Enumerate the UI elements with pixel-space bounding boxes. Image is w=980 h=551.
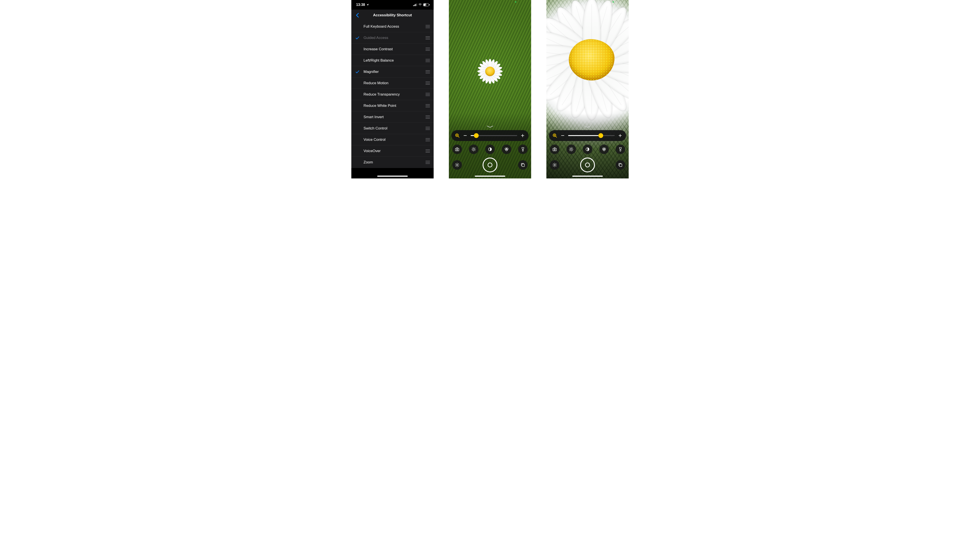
battery-icon: 53 [423,3,430,6]
bottom-row [452,157,528,173]
svg-rect-52 [455,148,459,151]
page-title: Accessibility Shortcut [373,13,412,17]
svg-line-70 [555,136,557,137]
magnifier-controls: −+ [546,122,628,178]
svg-line-80 [572,150,573,151]
flashlight-button[interactable] [518,144,528,154]
zoom-thumb[interactable] [598,133,603,138]
reorder-handle-icon[interactable] [425,148,431,154]
reorder-handle-icon[interactable] [425,91,431,98]
shortcut-row[interactable]: Magnifier [352,66,434,78]
svg-point-74 [570,148,572,150]
tool-row [549,144,626,154]
camera-switch-button[interactable] [550,144,560,154]
shutter-button[interactable] [580,157,595,172]
location-icon [366,3,369,6]
shortcut-row[interactable]: Full Keyboard Access [352,21,434,32]
row-label: Zoom [364,160,425,165]
settings-button[interactable] [452,160,462,170]
daisy-flower-closeup [546,2,628,116]
svg-text:53: 53 [425,4,427,6]
wifi-icon [418,3,422,6]
multi-capture-button[interactable] [616,160,625,170]
daisy-flower [477,58,503,84]
shortcut-row[interactable]: Guided Access [352,32,434,43]
home-indicator[interactable] [377,176,408,177]
reorder-handle-icon[interactable] [425,57,431,64]
svg-line-61 [474,148,475,148]
shortcut-row[interactable]: VoiceOver [352,145,434,157]
shortcut-row[interactable]: Reduce Transparency [352,89,434,100]
contrast-button[interactable] [485,144,495,154]
filters-button[interactable] [599,144,609,154]
status-bar: 13:38 53 [352,0,434,10]
home-indicator[interactable] [475,176,505,177]
zoom-bar: −+ [549,130,626,141]
shutter-button[interactable] [483,157,497,172]
reorder-handle-icon[interactable] [425,35,431,41]
camera-switch-button[interactable] [452,144,462,154]
shortcut-row[interactable]: Increase Contrast [352,43,434,55]
panel-drag-handle[interactable] [452,125,528,128]
row-label: Full Keyboard Access [364,24,425,29]
svg-rect-73 [553,148,557,151]
svg-line-49 [458,136,459,137]
brightness-button[interactable] [469,144,479,154]
row-label: Smart Invert [364,115,425,119]
svg-line-82 [572,148,573,148]
reorder-handle-icon[interactable] [425,68,431,75]
tool-row [452,144,528,154]
reorder-handle-icon[interactable] [425,137,431,143]
zoom-bar: −+ [452,130,528,141]
multi-capture-button[interactable] [518,160,528,170]
svg-rect-2 [415,4,416,6]
shortcut-row[interactable]: Voice Control [352,134,434,145]
reorder-handle-icon[interactable] [425,125,431,132]
svg-line-81 [570,150,570,151]
settings-button[interactable] [550,160,560,170]
filters-button[interactable] [502,144,511,154]
camera-in-use-indicator [515,1,516,3]
svg-point-4 [420,5,420,6]
magnifier-wide-screenshot: −+ [449,0,531,178]
reorder-handle-icon[interactable] [425,103,431,109]
shortcut-row[interactable]: Left/Right Balance [352,55,434,66]
reorder-handle-icon[interactable] [425,114,431,120]
shortcut-list: Full Keyboard AccessGuided AccessIncreas… [352,21,434,168]
zoom-slider[interactable] [471,135,517,136]
camera-in-use-indicator [612,1,614,3]
shortcut-row[interactable]: Switch Control [352,123,434,134]
back-button[interactable] [353,11,362,20]
svg-rect-3 [417,3,417,6]
svg-line-60 [472,150,473,151]
svg-point-67 [457,164,458,166]
shortcut-row[interactable]: Reduce White Point [352,100,434,111]
contrast-button[interactable] [583,144,592,154]
row-label: Voice Control [364,138,425,142]
svg-line-58 [472,148,473,148]
shortcut-row[interactable]: Zoom [352,157,434,168]
zoom-slider[interactable] [568,135,615,136]
row-label: Magnifier [364,70,425,74]
reorder-handle-icon[interactable] [425,80,431,86]
shortcut-row[interactable]: Reduce Motion [352,78,434,89]
brightness-button[interactable] [566,144,576,154]
flashlight-button[interactable] [616,144,625,154]
home-indicator[interactable] [572,176,603,177]
reorder-handle-icon[interactable] [425,159,431,166]
svg-point-88 [554,164,555,166]
svg-rect-1 [414,5,415,6]
svg-line-79 [570,148,570,148]
row-label: Reduce Transparency [364,92,425,97]
svg-rect-0 [413,5,414,6]
row-label: Reduce White Point [364,103,425,108]
panel-drag-handle[interactable] [549,125,626,128]
shortcut-row[interactable]: Smart Invert [352,111,434,123]
svg-point-53 [473,148,474,150]
svg-rect-6 [429,4,430,5]
reorder-handle-icon[interactable] [425,46,431,52]
zoom-thumb[interactable] [474,133,479,138]
daisy-center [485,67,495,76]
row-label: Left/Right Balance [364,58,425,63]
reorder-handle-icon[interactable] [425,23,431,30]
